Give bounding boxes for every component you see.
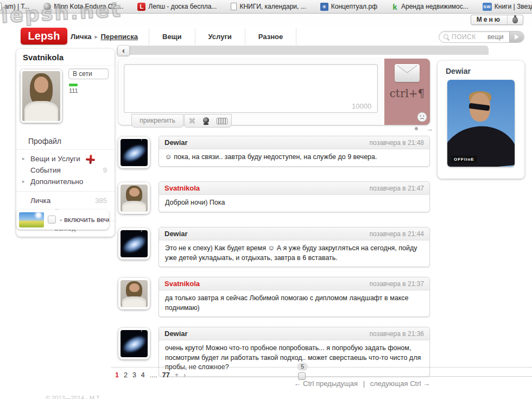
messages-count: 385: [95, 197, 107, 205]
avatar[interactable]: [118, 328, 150, 359]
page-number-last[interactable]: 77: [162, 371, 170, 379]
footer-copyright: © 2013—2014 · М.Т: [46, 395, 100, 399]
page-number[interactable]: 3: [132, 371, 136, 379]
blue-favicon: ✳: [320, 3, 328, 11]
online-bar-icon: [69, 84, 78, 86]
message-bubble: Dewiar позавчера в 21:44 Это не к спеху)…: [159, 227, 430, 267]
pagination-add[interactable]: +: [175, 371, 179, 379]
attach-button[interactable]: прикрепить: [131, 114, 183, 128]
bookmark-item[interactable]: am) | T...: [0, 3, 29, 10]
pagination: 1 2 3 4 .... 77 + ›: [115, 371, 186, 379]
smiley-toggle-icon[interactable]: [417, 112, 427, 122]
send-button[interactable]: ctrl+¶: [384, 59, 430, 125]
avatar-art: [129, 188, 140, 197]
bookmark-label: Лепш - доска беспла...: [148, 3, 217, 10]
bookmark-item[interactable]: k Аренда недвижимос...: [391, 3, 468, 11]
profile-username[interactable]: Svatnikola: [16, 49, 115, 65]
breadcrumb-page[interactable]: Переписка: [100, 33, 138, 41]
scissors-icon[interactable]: [188, 117, 195, 124]
message-header: Svatnikola позавчера в 21:37: [159, 277, 429, 290]
message-author[interactable]: Dewiar: [164, 138, 188, 147]
page-number[interactable]: 2: [124, 371, 128, 379]
breadcrumb: Личка ▸ Переписка: [71, 33, 149, 41]
sw-favicon: SW: [483, 3, 492, 11]
per-page-slider-handle[interactable]: [298, 372, 306, 380]
evening-checkbox[interactable]: [48, 216, 56, 224]
message-author[interactable]: Svatnikola: [164, 280, 200, 288]
message-bubble: Dewiar позавчера в 21:48 ☺ пока, на связ…: [159, 136, 430, 167]
avatar-art: [129, 283, 140, 293]
nav-item-things[interactable]: Вещи: [149, 28, 195, 45]
search-scope-select[interactable]: вещи: [487, 33, 504, 41]
search-go-button[interactable]: [509, 31, 524, 43]
partner-username[interactable]: Dewiar: [438, 61, 524, 80]
per-page-value: 5: [297, 363, 308, 371]
profile-avatar[interactable]: [21, 69, 62, 123]
message-text: да только завтра я сейчас Любимой помога…: [159, 290, 429, 316]
site-logo[interactable]: Lepsh: [21, 28, 67, 45]
message-row: Dewiar позавчера в 21:44 Это не к спеху)…: [118, 227, 430, 267]
bookmark-item[interactable]: Minn Kota Endura C2 ...: [43, 3, 123, 10]
thread-pager: [415, 126, 433, 131]
sidebar-item-messages[interactable]: Личка 385: [16, 195, 115, 206]
browser-menu-group: Меню: [471, 15, 523, 25]
webcam-icon[interactable]: [202, 117, 210, 125]
message-textarea[interactable]: [124, 64, 378, 113]
pagination-next-icon[interactable]: ›: [183, 371, 186, 379]
browser-menu-row: Меню: [0, 14, 532, 26]
sidebar-item-events[interactable]: События 9: [16, 164, 115, 176]
prev-page-link[interactable]: ← Ctrl предыдущая: [294, 379, 358, 388]
play-icon: [515, 34, 519, 40]
breadcrumb-separator-icon: ▸: [94, 34, 97, 40]
bug-button[interactable]: [508, 17, 523, 23]
add-plus-icon[interactable]: [86, 155, 95, 164]
message-author[interactable]: Svatnikola: [164, 184, 200, 192]
message-row: Dewiar позавчера в 21:48 ☺ пока, на связ…: [118, 136, 430, 172]
search-input[interactable]: [452, 33, 487, 41]
page-number[interactable]: 1: [115, 371, 119, 379]
events-count: 9: [103, 166, 107, 174]
header-nav: Личка ▸ Переписка Вещи Услуги Разное: [71, 27, 296, 46]
page-number[interactable]: 4: [141, 371, 145, 379]
bookmark-item[interactable]: КНИГИ, календари, ...: [231, 3, 306, 10]
compose-panel: 10000 ctrl+¶ прикрепить: [118, 59, 430, 125]
sidebar-item-profile[interactable]: Профайл: [28, 137, 115, 145]
next-page-link[interactable]: следующая Ctrl →: [370, 379, 430, 388]
nav-item-services[interactable]: Услуги: [195, 28, 245, 45]
message-text: очень круто! Можно что-то пробное попроб…: [159, 340, 429, 376]
message-bubble: Dewiar позавчера в 21:36 очень круто! Мо…: [159, 327, 430, 377]
message-time: позавчера в 21:37: [370, 280, 424, 288]
avatar-art: [122, 296, 146, 308]
message-author[interactable]: Dewiar: [164, 330, 188, 338]
sidebar-item-things-services[interactable]: Вещи и Услуги: [16, 153, 115, 164]
message-author[interactable]: Dewiar: [164, 230, 188, 238]
back-button[interactable]: [117, 45, 130, 56]
pager-next-icon[interactable]: [426, 126, 433, 131]
menu-button[interactable]: Меню: [471, 15, 508, 24]
sidebar-item-label: Личка: [30, 197, 50, 205]
bookmark-item[interactable]: L Лепш - доска беспла...: [137, 3, 217, 11]
chevron-right-icon: [22, 156, 25, 161]
avatar[interactable]: [118, 137, 150, 168]
send-shortcut-hint: ctrl+¶: [384, 87, 430, 100]
sidebar-item-label: Вещи и Услуги: [30, 155, 80, 163]
partner-photo[interactable]: OFFlinE: [447, 80, 515, 167]
char-counter: 10000: [352, 102, 371, 110]
breadcrumb-section[interactable]: Личка: [71, 33, 91, 41]
avatar[interactable]: [118, 182, 150, 214]
keyboard-icon[interactable]: [217, 118, 227, 124]
pager-dot-icon[interactable]: [415, 127, 418, 130]
nav-item-misc[interactable]: Разное: [245, 28, 296, 45]
bookmark-label: КНИГИ, календари, ...: [239, 3, 306, 10]
message-time: позавчера в 21:47: [370, 185, 424, 192]
avatar[interactable]: [118, 278, 150, 309]
message-row: Svatnikola позавчера в 21:47 Доброй ночи…: [118, 181, 430, 217]
avatar[interactable]: [118, 228, 150, 259]
site-header: Lepsh Личка ▸ Переписка Вещи Услуги Разн…: [0, 27, 532, 46]
sidebar-item-more[interactable]: Дополнительно: [16, 176, 115, 187]
evening-preview-image: [19, 212, 44, 227]
message-text: ☺ пока, на связи.. завтра буду недоступе…: [159, 149, 429, 166]
bookmark-item[interactable]: ✳ Концептуал.рф: [320, 3, 377, 11]
bookmark-item[interactable]: SW Книги | Звездные во...: [483, 3, 532, 11]
divider: [16, 191, 115, 192]
